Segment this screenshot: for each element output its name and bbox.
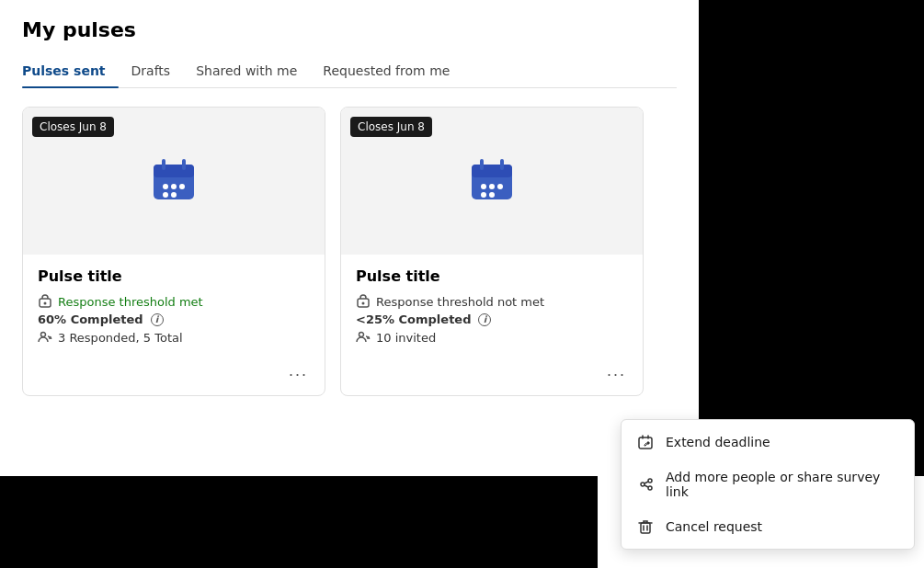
responded-label-1: 3 Responded, 5 Total <box>58 331 183 345</box>
people-icon-2 <box>356 330 371 345</box>
tab-requested-from-me[interactable]: Requested from me <box>310 54 462 87</box>
card-body-1: Pulse title Response threshold met 60% C… <box>23 255 325 359</box>
card-title-1: Pulse title <box>38 267 310 285</box>
card-stat-threshold-1: Response threshold met <box>38 294 310 309</box>
info-icon-completion-2[interactable]: i <box>478 313 491 326</box>
context-menu-item-add-people[interactable]: Add more people or share survey link <box>622 460 914 508</box>
svg-point-10 <box>44 302 47 305</box>
people-icon-1 <box>38 330 52 345</box>
svg-point-16 <box>481 184 486 189</box>
add-people-label: Add more people or share survey link <box>666 470 899 499</box>
card-footer-1: ··· <box>23 359 325 395</box>
threshold-icon-1 <box>38 294 52 309</box>
card-body-2: Pulse title Response threshold not met <… <box>341 255 643 359</box>
completion-value-2: <25% Completed <box>356 312 471 326</box>
svg-rect-2 <box>162 159 165 170</box>
bottom-overlay <box>0 476 598 568</box>
card-stat-responded-1: 3 Responded, 5 Total <box>38 330 310 345</box>
pulse-card-1: Closes Jun 8 Pulse title <box>22 107 325 396</box>
svg-point-25 <box>641 483 645 486</box>
pulse-card-2: Closes Jun 8 Pulse title <box>340 107 644 396</box>
tab-pulses-sent[interactable]: Pulses sent <box>22 54 119 87</box>
info-icon-completion-1[interactable]: i <box>151 313 164 326</box>
card-badge-1: Closes Jun 8 <box>32 117 114 137</box>
page-title: My pulses <box>22 18 677 41</box>
svg-point-8 <box>171 192 177 198</box>
svg-rect-3 <box>182 159 186 170</box>
svg-point-20 <box>489 192 495 198</box>
completion-value-1: 60% Completed <box>38 312 143 326</box>
trash-icon <box>636 517 655 536</box>
svg-point-4 <box>163 184 168 189</box>
svg-rect-1 <box>154 165 194 177</box>
svg-point-23 <box>359 333 364 337</box>
cancel-request-label: Cancel request <box>666 519 762 534</box>
tab-shared-with-me[interactable]: Shared with me <box>183 54 310 87</box>
context-menu: Extend deadline Add more people or share… <box>621 419 915 550</box>
threshold-status-1: Response threshold met <box>58 295 203 309</box>
svg-point-18 <box>497 184 503 189</box>
svg-point-26 <box>648 479 652 483</box>
svg-point-5 <box>171 184 177 189</box>
calendar-icon-2 <box>468 157 516 205</box>
share-icon <box>636 475 655 494</box>
card-image-2: Closes Jun 8 <box>341 108 643 255</box>
svg-point-22 <box>362 302 365 305</box>
svg-rect-15 <box>500 159 504 170</box>
card-image-1: Closes Jun 8 <box>23 108 325 255</box>
main-content: My pulses Pulses sent Drafts Shared with… <box>0 0 699 396</box>
threshold-icon-2 <box>356 294 371 309</box>
svg-point-27 <box>648 486 652 490</box>
context-menu-item-cancel-request[interactable]: Cancel request <box>622 508 914 545</box>
svg-point-7 <box>163 192 168 198</box>
more-options-button-2[interactable]: ··· <box>601 363 632 386</box>
card-stat-invited-2: 10 invited <box>356 330 628 345</box>
right-overlay <box>699 0 924 476</box>
svg-rect-14 <box>480 159 484 170</box>
svg-rect-13 <box>472 165 512 177</box>
threshold-status-2: Response threshold not met <box>376 295 544 309</box>
svg-point-6 <box>179 184 185 189</box>
svg-rect-28 <box>641 523 650 533</box>
card-stat-completion-2: <25% Completed i <box>356 312 628 326</box>
card-stat-completion-1: 60% Completed i <box>38 312 310 326</box>
card-badge-2: Closes Jun 8 <box>350 117 432 137</box>
svg-point-11 <box>41 333 46 337</box>
tabs-nav: Pulses sent Drafts Shared with me Reques… <box>22 54 677 88</box>
card-stat-threshold-2: Response threshold not met <box>356 294 628 309</box>
calendar-edit-icon <box>636 433 655 451</box>
card-title-2: Pulse title <box>356 267 628 285</box>
calendar-icon-1 <box>150 157 198 205</box>
svg-point-17 <box>489 184 495 189</box>
tab-drafts[interactable]: Drafts <box>119 54 184 87</box>
cards-container: Closes Jun 8 Pulse title <box>22 107 677 396</box>
svg-point-19 <box>481 192 486 198</box>
extend-deadline-label: Extend deadline <box>666 435 770 449</box>
invited-label-2: 10 invited <box>376 331 436 345</box>
card-footer-2: ··· <box>341 359 643 395</box>
more-options-button-1[interactable]: ··· <box>283 363 314 386</box>
context-menu-item-extend-deadline[interactable]: Extend deadline <box>622 424 914 460</box>
